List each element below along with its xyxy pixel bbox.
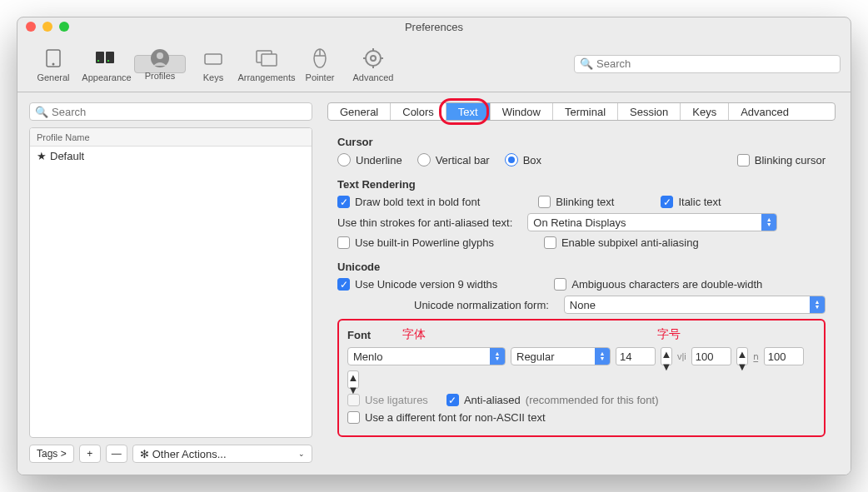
tab-text[interactable]: Text: [446, 103, 491, 120]
italic-text-check[interactable]: Italic text: [661, 196, 721, 208]
toolbar-arrangements[interactable]: Arrangements: [241, 41, 292, 87]
blinking-text-check[interactable]: Blinking text: [538, 196, 614, 208]
cursor-vertical-radio[interactable]: Vertical bar: [417, 153, 490, 166]
unicode-v9-check[interactable]: Use Unicode version 9 widths: [337, 278, 497, 291]
profile-list-header: Profile Name: [30, 128, 312, 147]
tab-session[interactable]: Session: [618, 103, 681, 120]
search-icon: 🔍: [35, 106, 48, 118]
vspace-field[interactable]: 100: [764, 347, 804, 365]
toolbar: General Appearance Profiles Keys Arrange…: [17, 36, 851, 92]
titlebar: Preferences: [17, 17, 851, 36]
anti-aliased-check[interactable]: Anti-aliased: [446, 394, 521, 406]
toolbar-search[interactable]: 🔍: [574, 55, 841, 73]
tags-button[interactable]: Tags >: [29, 445, 74, 463]
svg-rect-3: [106, 52, 114, 63]
non-ascii-font-check[interactable]: Use a different font for non-ASCII text: [347, 411, 546, 424]
vspace-stepper[interactable]: ▲▼: [347, 370, 359, 389]
tab-keys[interactable]: Keys: [681, 103, 729, 120]
toolbar-keys[interactable]: Keys: [187, 41, 239, 87]
annotation-font: 字体: [402, 327, 426, 342]
toolbar-profiles[interactable]: Profiles: [134, 55, 186, 73]
hspace-icon: v|i: [677, 351, 686, 361]
settings-tabs: General Colors Text Window Terminal Sess…: [327, 102, 836, 121]
svg-rect-5: [107, 60, 109, 62]
font-style-select[interactable]: Regular▲▼: [511, 347, 611, 365]
text-rendering-heading: Text Rendering: [337, 178, 826, 191]
toolbar-appearance[interactable]: Appearance: [81, 41, 132, 87]
gear-icon: ✻: [140, 448, 149, 460]
cursor-underline-radio[interactable]: Underline: [337, 153, 402, 166]
add-profile-button[interactable]: +: [79, 445, 101, 463]
ambiguous-width-check[interactable]: Ambiguous characters are double-width: [554, 278, 762, 291]
svg-rect-8: [205, 54, 222, 64]
other-actions-button[interactable]: ✻ Other Actions... ⌄: [132, 445, 312, 463]
unicode-heading: Unicode: [337, 261, 826, 273]
window-title: Preferences: [17, 21, 851, 33]
text-panel: Cursor Underline Vertical bar Box Blinki…: [324, 121, 839, 463]
cursor-box-radio[interactable]: Box: [505, 153, 541, 166]
annotation-size: 字号: [657, 327, 681, 342]
chevron-updown-icon: ▲▼: [810, 296, 825, 313]
font-size-field[interactable]: 14: [616, 347, 656, 365]
thin-strokes-select[interactable]: On Retina Displays▲▼: [527, 213, 777, 231]
subpixel-check[interactable]: Enable subpixel anti-aliasing: [544, 236, 699, 249]
chevron-updown-icon: ▲▼: [490, 348, 505, 365]
profile-search-input[interactable]: [52, 106, 307, 118]
cursor-heading: Cursor: [337, 136, 826, 148]
tab-advanced[interactable]: Advanced: [729, 103, 801, 120]
vspace-icon: n̲: [753, 351, 759, 362]
preferences-window: Preferences General Appearance Profiles …: [17, 17, 851, 475]
font-family-select[interactable]: Menlo▲▼: [347, 347, 506, 365]
list-item[interactable]: ★ Default: [30, 147, 312, 165]
remove-profile-button[interactable]: —: [106, 445, 127, 463]
svg-rect-4: [97, 60, 99, 62]
svg-point-7: [157, 52, 163, 59]
svg-point-15: [366, 51, 381, 66]
powerline-check[interactable]: Use built-in Powerline glyphs: [337, 236, 494, 249]
font-size-stepper[interactable]: ▲▼: [661, 347, 672, 365]
tab-general[interactable]: General: [328, 103, 391, 120]
blinking-cursor-check[interactable]: Blinking cursor: [737, 154, 826, 166]
tab-terminal[interactable]: Terminal: [553, 103, 618, 120]
svg-rect-11: [262, 54, 277, 66]
hspace-field[interactable]: 100: [691, 347, 731, 365]
svg-rect-2: [96, 52, 104, 63]
bold-font-check[interactable]: Draw bold text in bold font: [337, 196, 480, 208]
toolbar-general[interactable]: General: [27, 41, 79, 87]
tab-window[interactable]: Window: [491, 103, 553, 120]
chevron-updown-icon: ▲▼: [595, 348, 610, 365]
toolbar-pointer[interactable]: Pointer: [294, 41, 346, 87]
sidebar: 🔍 Profile Name ★ Default Tags > + — ✻ Ot…: [29, 102, 312, 463]
profile-name: Default: [50, 150, 84, 162]
tab-colors[interactable]: Colors: [391, 103, 446, 120]
search-icon: 🔍: [580, 57, 593, 70]
font-section: Font 字体 字号 Menlo▲▼ Regular▲▼ 14 ▲▼ v|i 1…: [337, 319, 826, 437]
normalization-label: Unicode normalization form:: [414, 299, 549, 311]
hspace-stepper[interactable]: ▲▼: [736, 347, 748, 365]
toolbar-advanced[interactable]: Advanced: [347, 41, 399, 87]
normalization-select[interactable]: None▲▼: [564, 296, 826, 314]
chevron-updown-icon: ▲▼: [761, 214, 776, 231]
svg-point-16: [371, 56, 376, 61]
profile-search[interactable]: 🔍: [29, 102, 312, 121]
ligatures-check: Use ligatures: [347, 394, 428, 406]
thin-strokes-label: Use thin strokes for anti-aliased text:: [337, 216, 512, 229]
font-heading: Font: [347, 329, 371, 341]
chevron-down-icon: ⌄: [298, 450, 305, 458]
svg-point-1: [52, 62, 55, 65]
aa-note: (recommended for this font): [526, 394, 659, 406]
profile-list[interactable]: Profile Name ★ Default: [29, 127, 312, 438]
toolbar-search-input[interactable]: [596, 57, 835, 70]
star-icon: ★: [37, 150, 47, 162]
